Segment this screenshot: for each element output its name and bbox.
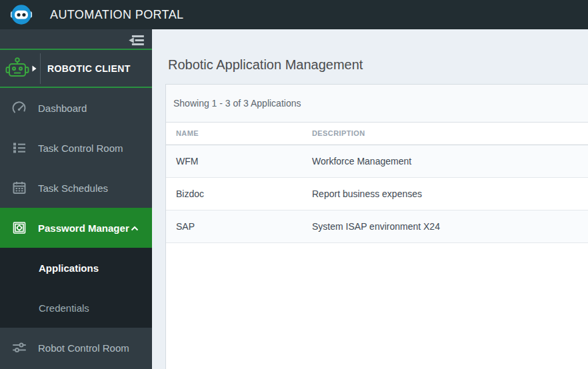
table-row[interactable]: WFM Workforce Management <box>166 145 588 177</box>
sidebar-item-task-control-room[interactable]: Task Control Room <box>0 128 152 168</box>
robotic-client-label: ROBOTIC CLIENT <box>47 63 131 74</box>
sidebar-menu: Dashboard Task Control Room <box>0 88 152 368</box>
top-header: AUTOMATION PORTAL <box>0 0 588 29</box>
sidebar: ROBOTIC CLIENT Dashboard Task C <box>0 29 152 369</box>
caret-right-icon <box>32 65 37 72</box>
column-header-description[interactable]: DESCRIPTION <box>302 123 588 145</box>
robotic-client-header[interactable]: ROBOTIC CLIENT <box>0 50 152 87</box>
sidebar-item-password-manager[interactable]: Password Manager <box>0 208 152 248</box>
sidebar-collapse-button[interactable] <box>127 33 145 47</box>
sidebar-item-label: Credentials <box>39 302 89 314</box>
table-header-row: NAME DESCRIPTION <box>166 123 588 145</box>
content-area: Robotic Application Management Showing 1… <box>152 29 588 369</box>
sidebar-item-task-schedules[interactable]: Task Schedules <box>0 168 152 208</box>
sidebar-item-label: Password Manager <box>38 222 129 234</box>
app-name-cell[interactable]: SAP <box>166 210 302 242</box>
applications-card: Showing 1 - 3 of 3 Applications NAME DES… <box>165 84 588 369</box>
app-description-cell[interactable]: Workforce Management <box>302 145 588 177</box>
sidebar-item-label: Task Schedules <box>38 183 108 194</box>
sidebar-item-label: Task Control Room <box>38 143 123 154</box>
robot-logo-icon <box>10 3 33 26</box>
sidebar-item-robot-control-room[interactable]: Robot Control Room <box>0 328 152 368</box>
app-name-cell[interactable]: Bizdoc <box>166 177 302 210</box>
app-name-cell[interactable]: WFM <box>166 145 302 177</box>
page-title: Robotic Application Management <box>168 57 363 73</box>
client-divider <box>40 53 41 84</box>
table-row[interactable]: Bizdoc Report business expenses <box>166 177 588 210</box>
sidebar-item-credentials[interactable]: Credentials <box>0 288 152 328</box>
results-summary: Showing 1 - 3 of 3 Applications <box>166 85 588 123</box>
applications-table: NAME DESCRIPTION WFM Workforce Managemen… <box>166 123 588 243</box>
collapse-sidebar-icon <box>128 35 145 46</box>
list-icon <box>11 140 27 156</box>
sidebar-item-label: Applications <box>39 262 99 274</box>
app-logo[interactable]: AUTOMATION PORTAL <box>0 3 184 26</box>
app-title: AUTOMATION PORTAL <box>50 8 184 22</box>
sidebar-item-label: Robot Control Room <box>38 342 129 354</box>
sidebar-item-dashboard[interactable]: Dashboard <box>0 88 152 128</box>
sidebar-item-label: Dashboard <box>38 103 87 114</box>
table-row[interactable]: SAP System ISAP environment X24 <box>166 210 588 242</box>
password-manager-submenu: Applications Credentials <box>0 248 152 328</box>
safe-icon <box>11 220 27 236</box>
sliders-icon <box>11 340 27 356</box>
sidebar-top-strip <box>0 29 152 49</box>
calendar-icon <box>11 180 27 196</box>
chevron-up-icon <box>131 226 139 231</box>
sidebar-item-applications[interactable]: Applications <box>0 248 152 288</box>
column-header-name[interactable]: NAME <box>166 123 302 145</box>
robot-client-icon <box>4 56 31 81</box>
app-description-cell[interactable]: Report business expenses <box>302 177 588 210</box>
app-description-cell[interactable]: System ISAP environment X24 <box>302 210 588 242</box>
gauge-icon <box>11 100 27 116</box>
